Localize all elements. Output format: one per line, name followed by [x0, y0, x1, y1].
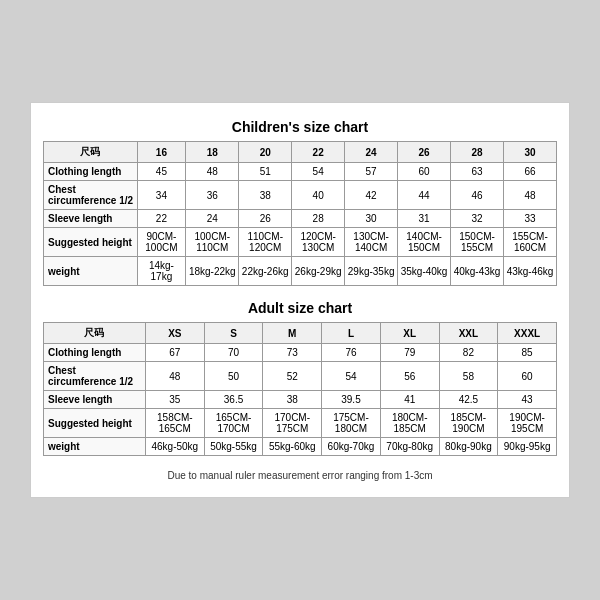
row-cell: 60kg-70kg — [322, 438, 381, 456]
adult-header-cell: XXXL — [498, 323, 557, 344]
children-header-cell: 16 — [137, 142, 186, 163]
row-cell: 56 — [380, 362, 439, 391]
children-header-cell: 22 — [292, 142, 345, 163]
row-cell: 48 — [145, 362, 204, 391]
row-cell: 46 — [451, 181, 504, 210]
children-header-cell: 尺码 — [44, 142, 138, 163]
row-cell: 58 — [439, 362, 498, 391]
table-row: Sleeve length2224262830313233 — [44, 210, 557, 228]
row-cell: 55kg-60kg — [263, 438, 322, 456]
measurement-note: Due to manual ruler measurement error ra… — [43, 470, 557, 481]
adult-table-header: 尺码XSSMLXLXXLXXXL — [44, 323, 557, 344]
row-cell: 54 — [322, 362, 381, 391]
adult-header-cell: M — [263, 323, 322, 344]
adult-header-cell: L — [322, 323, 381, 344]
row-cell: 24 — [186, 210, 239, 228]
table-row: Chest circumference 1/248505254565860 — [44, 362, 557, 391]
row-cell: 41 — [380, 391, 439, 409]
row-cell: 30 — [345, 210, 398, 228]
row-cell: 180CM-185CM — [380, 409, 439, 438]
row-cell: 42.5 — [439, 391, 498, 409]
row-cell: 39.5 — [322, 391, 381, 409]
table-row: Suggested height90CM-100CM100CM-110CM110… — [44, 228, 557, 257]
adult-header-cell: XS — [145, 323, 204, 344]
children-header-cell: 26 — [398, 142, 451, 163]
row-cell: 57 — [345, 163, 398, 181]
children-chart-title: Children's size chart — [43, 119, 557, 135]
row-cell: 100CM-110CM — [186, 228, 239, 257]
row-label: Chest circumference 1/2 — [44, 362, 146, 391]
row-cell: 40 — [292, 181, 345, 210]
row-cell: 54 — [292, 163, 345, 181]
row-cell: 42 — [345, 181, 398, 210]
adult-header-cell: XL — [380, 323, 439, 344]
row-label: Suggested height — [44, 228, 138, 257]
row-cell: 73 — [263, 344, 322, 362]
row-cell: 48 — [186, 163, 239, 181]
row-label: Suggested height — [44, 409, 146, 438]
table-row: weight14kg-17kg18kg-22kg22kg-26kg26kg-29… — [44, 257, 557, 286]
row-cell: 76 — [322, 344, 381, 362]
row-label: weight — [44, 257, 138, 286]
row-cell: 70kg-80kg — [380, 438, 439, 456]
row-cell: 185CM-190CM — [439, 409, 498, 438]
row-cell: 36.5 — [204, 391, 263, 409]
row-cell: 120CM-130CM — [292, 228, 345, 257]
row-cell: 22 — [137, 210, 186, 228]
row-cell: 150CM-155CM — [451, 228, 504, 257]
row-cell: 82 — [439, 344, 498, 362]
row-label: Chest circumference 1/2 — [44, 181, 138, 210]
row-cell: 35kg-40kg — [398, 257, 451, 286]
children-header-cell: 30 — [504, 142, 557, 163]
row-cell: 60 — [498, 362, 557, 391]
row-cell: 36 — [186, 181, 239, 210]
row-cell: 32 — [451, 210, 504, 228]
adult-size-table: 尺码XSSMLXLXXLXXXL Clothing length67707376… — [43, 322, 557, 456]
row-cell: 45 — [137, 163, 186, 181]
row-cell: 43kg-46kg — [504, 257, 557, 286]
row-cell: 60 — [398, 163, 451, 181]
table-row: Chest circumference 1/23436384042444648 — [44, 181, 557, 210]
adult-header-cell: 尺码 — [44, 323, 146, 344]
row-label: Clothing length — [44, 344, 146, 362]
row-cell: 29kg-35kg — [345, 257, 398, 286]
row-cell: 43 — [498, 391, 557, 409]
row-cell: 14kg-17kg — [137, 257, 186, 286]
row-cell: 66 — [504, 163, 557, 181]
row-cell: 44 — [398, 181, 451, 210]
row-cell: 70 — [204, 344, 263, 362]
adult-header-cell: S — [204, 323, 263, 344]
row-label: weight — [44, 438, 146, 456]
row-cell: 38 — [263, 391, 322, 409]
table-row: Clothing length4548515457606366 — [44, 163, 557, 181]
table-row: weight46kg-50kg50kg-55kg55kg-60kg60kg-70… — [44, 438, 557, 456]
row-cell: 130CM-140CM — [345, 228, 398, 257]
row-cell: 190CM-195CM — [498, 409, 557, 438]
children-table-header: 尺码1618202224262830 — [44, 142, 557, 163]
children-table-body: Clothing length4548515457606366Chest cir… — [44, 163, 557, 286]
row-cell: 175CM-180CM — [322, 409, 381, 438]
row-cell: 79 — [380, 344, 439, 362]
table-row: Sleeve length3536.53839.54142.543 — [44, 391, 557, 409]
row-cell: 31 — [398, 210, 451, 228]
row-cell: 38 — [239, 181, 292, 210]
children-header-cell: 28 — [451, 142, 504, 163]
row-label: Sleeve length — [44, 391, 146, 409]
row-label: Clothing length — [44, 163, 138, 181]
row-cell: 140CM-150CM — [398, 228, 451, 257]
row-cell: 35 — [145, 391, 204, 409]
row-cell: 170CM-175CM — [263, 409, 322, 438]
row-cell: 50kg-55kg — [204, 438, 263, 456]
row-cell: 67 — [145, 344, 204, 362]
row-cell: 90CM-100CM — [137, 228, 186, 257]
row-cell: 63 — [451, 163, 504, 181]
row-cell: 26 — [239, 210, 292, 228]
children-header-cell: 20 — [239, 142, 292, 163]
row-label: Sleeve length — [44, 210, 138, 228]
row-cell: 155CM-160CM — [504, 228, 557, 257]
row-cell: 33 — [504, 210, 557, 228]
table-row: Clothing length67707376798285 — [44, 344, 557, 362]
row-cell: 158CM-165CM — [145, 409, 204, 438]
row-cell: 26kg-29kg — [292, 257, 345, 286]
row-cell: 40kg-43kg — [451, 257, 504, 286]
